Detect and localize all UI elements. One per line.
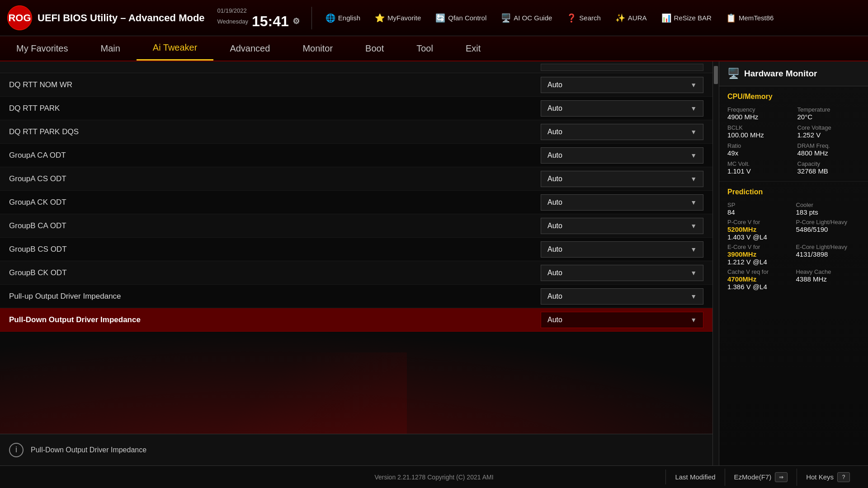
dropdown-pulldown-output[interactable]: Auto ▼	[541, 312, 703, 328]
globe-icon: 🌐	[326, 13, 335, 23]
datetime-area: 01/19/2022 Wednesday 15:41 ⚙	[217, 7, 300, 28]
hw-frequency: Frequency 4900 MHz	[727, 106, 790, 121]
chevron-down-icon: ▼	[690, 81, 697, 89]
sp-value: 84	[727, 208, 792, 216]
nav-favorites[interactable]: My Favorites	[0, 36, 84, 61]
nav-main-label: Main	[100, 43, 120, 54]
prediction-title: Prediction	[727, 188, 860, 196]
cooler-label: Cooler	[796, 202, 860, 208]
pred-pcore-freq: P-Core V for 5200MHz 1.403 V @L4	[727, 219, 792, 241]
chevron-down-icon: ▼	[690, 128, 697, 136]
pcore-freq-label: P-Core V for	[727, 219, 792, 225]
toolbar-english-label: English	[338, 14, 360, 22]
version-text: Version 2.21.1278 Copyright (C) 2021 AMI	[374, 474, 493, 481]
dropdown-groupb-ca-odt[interactable]: Auto ▼	[541, 218, 703, 234]
setting-row-groupa-ck-odt: GroupA CK ODT Auto ▼	[0, 191, 712, 214]
dropdown-value: Auto	[547, 292, 562, 300]
setting-control-groupa-cs-odt[interactable]: Auto ▼	[541, 171, 703, 187]
setting-label-groupa-ca-odt: GroupA CA ODT	[9, 151, 541, 160]
dropdown-groupa-ck-odt[interactable]: Auto ▼	[541, 194, 703, 211]
nav-aitweaker[interactable]: Ai Tweaker	[137, 36, 214, 61]
nav-tool[interactable]: Tool	[400, 36, 449, 61]
scrollbar[interactable]	[712, 61, 719, 465]
prediction-section: Prediction SP 84 Cooler 183 pts P-Core V…	[719, 182, 868, 297]
date-label: 01/19/2022	[217, 7, 247, 14]
pcore-voltage: 1.403 V @L4	[727, 233, 792, 241]
toolbar-aioc[interactable]: 🖥️ AI OC Guide	[495, 10, 558, 26]
toolbar-resizebar[interactable]: 📊 ReSize BAR	[655, 10, 718, 26]
dropdown-groupb-cs-odt[interactable]: Auto ▼	[541, 241, 703, 258]
scrollbar-thumb[interactable]	[714, 66, 718, 84]
setting-control-pullup-output[interactable]: Auto ▼	[541, 288, 703, 305]
chevron-down-icon: ▼	[690, 199, 697, 206]
setting-row-dq-rtt-nom-wr: DQ RTT NOM WR Auto ▼	[0, 73, 712, 97]
dropdown-value: Auto	[547, 222, 562, 230]
setting-row-groupb-ca-odt: GroupB CA ODT Auto ▼	[0, 214, 712, 238]
prediction-grid: SP 84 Cooler 183 pts P-Core V for 5200MH…	[727, 202, 860, 291]
dropdown-dq-rtt-nom-wr[interactable]: Auto ▼	[541, 77, 703, 93]
dropdown-pullup-output[interactable]: Auto ▼	[541, 288, 703, 305]
pcore-lh-label: P-Core Light/Heavy	[796, 219, 860, 225]
dropdown-value: Auto	[547, 81, 562, 89]
nav-advanced-label: Advanced	[230, 43, 270, 54]
toolbar-memtest[interactable]: 📋 MemTest86	[720, 10, 780, 26]
setting-control-groupb-ck-odt[interactable]: Auto ▼	[541, 265, 703, 281]
dropdown-value: Auto	[547, 198, 562, 206]
pred-sp: SP 84	[727, 202, 792, 216]
nav-main[interactable]: Main	[84, 36, 136, 61]
hotkeys-icon: ?	[837, 472, 850, 482]
nav-exit-label: Exit	[466, 43, 481, 54]
toolbar-english[interactable]: 🌐 English	[319, 10, 367, 26]
setting-control-groupa-ck-odt[interactable]: Auto ▼	[541, 194, 703, 211]
toolbar-aura[interactable]: ✨ AURA	[609, 10, 653, 26]
last-modified-label: Last Modified	[675, 473, 715, 481]
dropdown-dq-rtt-park[interactable]: Auto ▼	[541, 100, 703, 117]
center-panel: DQ RTT NOM WR Auto ▼ DQ RTT PARK Auto ▼	[0, 61, 712, 465]
toolbar-qfan[interactable]: 🔄 Qfan Control	[429, 10, 493, 26]
dropdown-groupa-ca-odt[interactable]: Auto ▼	[541, 147, 703, 164]
nav-advanced[interactable]: Advanced	[213, 36, 286, 61]
pred-cache-freq: Cache V req for 4700MHz 1.386 V @L4	[727, 268, 792, 291]
setting-label-groupb-ck-odt: GroupB CK ODT	[9, 268, 541, 277]
dropdown-groupa-cs-odt[interactable]: Auto ▼	[541, 171, 703, 187]
hw-capacity: Capacity 32768 MB	[797, 160, 860, 175]
frequency-value: 4900 MHz	[727, 113, 790, 121]
setting-control-groupb-ca-odt[interactable]: Auto ▼	[541, 218, 703, 234]
setting-control-dq-rtt-park[interactable]: Auto ▼	[541, 100, 703, 117]
setting-row-groupb-cs-odt: GroupB CS ODT Auto ▼	[0, 238, 712, 261]
ratio-value: 49x	[727, 149, 790, 157]
toolbar-search[interactable]: ❓ Search	[560, 10, 607, 26]
hot-keys-button[interactable]: Hot Keys ?	[797, 469, 859, 486]
toolbar-qfan-label: Qfan Control	[448, 14, 486, 22]
setting-control-dq-rtt-nom-wr[interactable]: Auto ▼	[541, 77, 703, 93]
cooler-value: 183 pts	[796, 208, 860, 216]
svg-text:ROG: ROG	[8, 12, 31, 23]
ecore-voltage: 1.212 V @L4	[727, 258, 792, 266]
setting-control-groupb-cs-odt[interactable]: Auto ▼	[541, 241, 703, 258]
capacity-label: Capacity	[797, 160, 860, 167]
hw-core-voltage: Core Voltage 1.252 V	[797, 124, 860, 139]
setting-control-dq-rtt-park-dqs[interactable]: Auto ▼	[541, 124, 703, 140]
nav-monitor[interactable]: Monitor	[286, 36, 349, 61]
bclk-value: 100.00 MHz	[727, 131, 790, 139]
dropdown-groupb-ck-odt[interactable]: Auto ▼	[541, 265, 703, 281]
bclk-label: BCLK	[727, 124, 790, 131]
last-modified-button[interactable]: Last Modified	[665, 469, 724, 484]
setting-row-groupb-ck-odt: GroupB CK ODT Auto ▼	[0, 261, 712, 285]
setting-row-pullup-output: Pull-up Output Driver Impedance Auto ▼	[0, 285, 712, 308]
settings-icon[interactable]: ⚙	[292, 17, 300, 25]
cache-freq-value: 4700MHz	[727, 275, 792, 283]
pcore-lh-value: 5486/5190	[796, 225, 860, 233]
toolbar-myfavorite[interactable]: ⭐ MyFavorite	[368, 10, 427, 26]
setting-control-pulldown-output[interactable]: Auto ▼	[541, 312, 703, 328]
ez-mode-button[interactable]: EzMode(F7) ⇒	[725, 469, 797, 486]
bottom-bar: Version 2.21.1278 Copyright (C) 2021 AMI…	[0, 465, 868, 488]
dropdown-dq-rtt-park-dqs[interactable]: Auto ▼	[541, 124, 703, 140]
hw-ratio: Ratio 49x	[727, 142, 790, 157]
pred-pcore-lh: P-Core Light/Heavy 5486/5190	[796, 219, 860, 241]
setting-control-groupa-ca-odt[interactable]: Auto ▼	[541, 147, 703, 164]
nav-boot[interactable]: Boot	[349, 36, 400, 61]
rog-logo: ROG	[7, 5, 32, 30]
nav-exit[interactable]: Exit	[449, 36, 497, 61]
nav-boot-label: Boot	[365, 43, 384, 54]
